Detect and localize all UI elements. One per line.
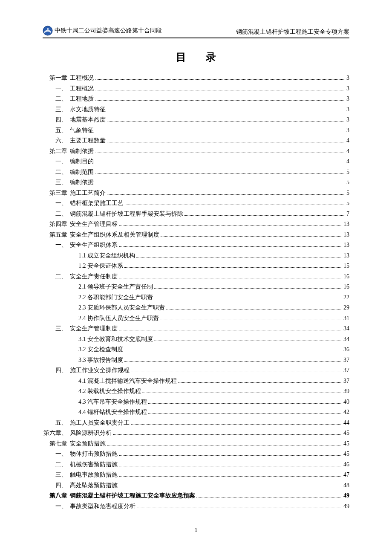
toc-leader-dots <box>95 90 345 90</box>
toc-entry: 第二章编制依据4 <box>43 148 349 154</box>
toc-leader-dots <box>119 466 342 466</box>
toc-entry-page: 40 <box>343 399 349 405</box>
toc-entry: 四、地震基本烈度3 <box>43 117 349 123</box>
toc-leader-dots <box>95 100 345 101</box>
toc-entry-text: 施工作业安全操作规程 <box>70 367 130 373</box>
company-logo-icon <box>43 26 53 36</box>
toc-entry: 2.3 安质环保部人员安全生产职责29 <box>43 305 349 311</box>
toc-entry-page: 13 <box>343 242 349 248</box>
toc-entry: 4.4 锚杆钻机安全操作规程42 <box>43 409 349 415</box>
page-header: 中铁十局二公司益娄高速公路第十合同段 钢筋混凝土锚杆护坡工程施工安全专项方案 <box>43 26 349 38</box>
toc-entry-label: 三、 <box>43 179 70 185</box>
toc-entry-page: 4 <box>346 148 349 154</box>
toc-entry-page: 5 <box>346 190 349 196</box>
toc-entry-text: 安全预防措施 <box>70 441 106 447</box>
toc-entry: 第六章、风险源辨识分析45 <box>43 430 349 436</box>
toc-entry-text: 4.2 装载机安全操作规程 <box>70 388 141 394</box>
toc-leader-dots <box>124 361 342 362</box>
toc-entry-label: 二、 <box>43 462 70 468</box>
toc-entry-label: 一、 <box>43 503 70 509</box>
header-right-text: 钢筋混凝土锚杆护坡工程施工安全专项方案 <box>236 28 349 36</box>
toc-entry-label: 一、 <box>43 200 70 206</box>
toc-entry-text: 触电事故预防措施 <box>70 472 118 478</box>
toc-leader-dots <box>119 246 342 247</box>
toc-leader-dots <box>124 351 342 351</box>
toc-entry-label: 二、 <box>43 96 70 102</box>
toc-entry-page: 3 <box>346 86 349 92</box>
toc-entry-text: 3.3 事故报告制度 <box>70 357 123 363</box>
toc-entry-page: 22 <box>343 295 349 301</box>
toc-leader-dots <box>95 173 345 174</box>
toc-entry-label: 三、 <box>43 472 70 478</box>
toc-entry-label: 二、 <box>43 169 70 175</box>
toc-leader-dots <box>137 508 342 508</box>
toc-entry-page: 37 <box>343 367 349 373</box>
toc-entry-text: 水文地质特征 <box>70 107 106 113</box>
toc-entry: 2.2 各职能部门安全生产职责22 <box>43 295 349 301</box>
toc-leader-dots <box>178 382 342 383</box>
header-left-text: 中铁十局二公司益娄高速公路第十合同段 <box>55 27 162 35</box>
toc-entry-page: 16 <box>343 274 349 280</box>
toc-entry-text: 编制依据 <box>70 179 94 185</box>
toc-entry-page: 39 <box>343 388 349 394</box>
toc-entry-text: 3.2 安全检查制度 <box>70 347 123 353</box>
toc-entry: 五、气象特征3 <box>43 127 349 133</box>
toc-leader-dots <box>107 142 345 142</box>
toc-entry-text: 安全生产责任制度 <box>70 274 118 280</box>
toc-entry: 一、工程概况3 <box>43 86 349 92</box>
toc-entry: 三、安全生产管理制度34 <box>43 326 349 332</box>
toc-entry: 一、编制目的4 <box>43 159 349 165</box>
toc-entry: 三、触电事故预防措施47 <box>43 472 349 478</box>
toc-leader-dots <box>148 403 342 404</box>
toc-leader-dots <box>148 413 342 414</box>
toc-entry-text: 4.1 混凝土搅拌输送汽车安全操作规程 <box>70 378 177 384</box>
toc-entry-page: 3 <box>346 117 349 123</box>
toc-entry-page: 47 <box>343 472 349 478</box>
header-left: 中铁十局二公司益娄高速公路第十合同段 <box>43 26 162 36</box>
toc-entry-text: 2.1 领导班子安全生产责任制 <box>70 284 153 290</box>
toc-leader-dots <box>107 445 342 445</box>
page-number: 1 <box>0 527 392 534</box>
toc-entry-page: 34 <box>343 326 349 332</box>
toc-entry: 3.2 安全检查制度36 <box>43 347 349 353</box>
toc-leader-dots <box>124 267 342 268</box>
toc-entry: 第三章施工工艺简介5 <box>43 190 349 196</box>
toc-leader-dots <box>95 163 345 163</box>
toc-leader-dots <box>119 330 342 330</box>
toc-leader-dots <box>184 215 345 216</box>
toc-entry-text: 物体打击预防措施 <box>70 451 118 457</box>
toc-entry-text: 4.3 汽车吊车安全操作规程 <box>70 399 147 405</box>
toc-entry-label: 一、 <box>43 451 70 457</box>
toc-entry-page: 3 <box>346 127 349 133</box>
toc-entry-text: 气象特征 <box>70 127 94 133</box>
toc-entry-text: 4.4 锚杆钻机安全操作规程 <box>70 409 147 415</box>
toc-entry-label: 六、 <box>43 138 70 144</box>
toc-entry-text: 施工工艺简介 <box>70 190 106 196</box>
toc-entry: 二、钢筋混凝土锚杆护坡工程脚手架安装与拆除7 <box>43 211 349 217</box>
toc-entry: 三、编制依据5 <box>43 179 349 185</box>
toc-entry-page: 7 <box>346 211 349 217</box>
toc-entry-page: 29 <box>343 305 349 311</box>
toc-entry-page: 16 <box>343 284 349 290</box>
toc-leader-dots <box>161 236 342 237</box>
toc-entry-label: 第一章 <box>43 75 70 81</box>
toc-entry-text: 编制范围 <box>70 169 94 175</box>
toc-entry: 一、物体打击预防措施45 <box>43 451 349 457</box>
toc-entry-label: 二、 <box>43 211 70 217</box>
toc-leader-dots <box>119 278 342 278</box>
toc-entry-label: 四、 <box>43 117 70 123</box>
toc-leader-dots <box>113 434 342 435</box>
toc-leader-dots <box>119 455 342 456</box>
toc-entry: 第五章安全生产组织体系及相关管理制度13 <box>43 232 349 238</box>
toc-entry-page: 37 <box>343 357 349 363</box>
toc-entry-page: 5 <box>346 169 349 175</box>
toc-entry-text: 地震基本烈度 <box>70 117 106 123</box>
toc-entry-text: 高处坠落预防措施 <box>70 483 118 489</box>
toc-title: 目 录 <box>43 50 349 64</box>
toc-leader-dots <box>119 487 342 487</box>
toc-entry-page: 45 <box>343 451 349 457</box>
toc-entry-label: 第四章 <box>43 221 70 227</box>
toc-entry-page: 36 <box>343 347 349 353</box>
toc-leader-dots <box>154 288 342 289</box>
toc-entry-page: 3 <box>346 75 349 81</box>
